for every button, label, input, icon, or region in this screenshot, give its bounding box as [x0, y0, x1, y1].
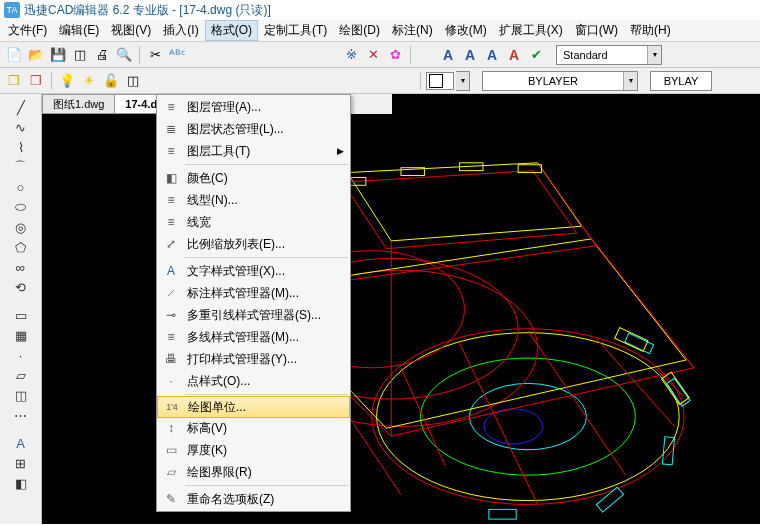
menu-item-10[interactable]: ⟋标注样式管理器(M)...: [157, 282, 350, 304]
text-a3-icon[interactable]: A: [482, 45, 502, 65]
layers2-icon[interactable]: ❒: [26, 71, 46, 91]
toolbar-2: ❒ ❒ 💡 ☀ 🔓 ◫ ▾ BYLAYER ▾ BYLAY: [0, 68, 760, 94]
table-tool-icon[interactable]: ⊞: [12, 454, 30, 472]
line-tool-icon[interactable]: ╱: [12, 98, 30, 116]
menu-label: 文字样式管理(X)...: [187, 263, 285, 280]
menu-item-6[interactable]: ≡线宽: [157, 211, 350, 233]
region-tool-icon[interactable]: ▱: [12, 366, 30, 384]
svg-line-16: [655, 368, 684, 397]
menu-label: 标高(V): [187, 420, 227, 437]
layers-icon[interactable]: ❒: [4, 71, 24, 91]
menu-item-7[interactable]: ⤢比例缩放列表(E)...: [157, 233, 350, 255]
block-tool-icon[interactable]: ◫: [12, 386, 30, 404]
chevron-down-icon[interactable]: ▾: [623, 72, 637, 90]
text-a4-icon[interactable]: A: [504, 45, 524, 65]
menu-item-13[interactable]: 🖶打印样式管理器(Y)...: [157, 348, 350, 370]
pline-tool-icon[interactable]: ∿: [12, 118, 30, 136]
hatch-tool-icon[interactable]: ▦: [12, 326, 30, 344]
menu-item-5[interactable]: ≡线型(N)...: [157, 189, 350, 211]
anchor-a-icon[interactable]: ※: [341, 45, 361, 65]
divide-tool-icon[interactable]: ⋯: [12, 406, 30, 424]
menu-icon: 🖶: [161, 351, 181, 367]
menu-item-9[interactable]: A文字样式管理(X)...: [157, 260, 350, 282]
separator: [51, 72, 52, 90]
menu-item-16[interactable]: 1'4绘图单位...: [157, 396, 350, 418]
menu-3[interactable]: 插入(I): [157, 20, 204, 41]
menu-2[interactable]: 视图(V): [105, 20, 157, 41]
menu-item-21[interactable]: ✎重命名选项板(Z): [157, 488, 350, 510]
menu-label: 重命名选项板(Z): [187, 491, 274, 508]
menu-10[interactable]: 窗口(W): [569, 20, 624, 41]
loop-tool-icon[interactable]: ∞: [12, 258, 30, 276]
menu-5[interactable]: 定制工具(T): [258, 20, 333, 41]
point-tool-icon[interactable]: ·: [12, 346, 30, 364]
style-combo[interactable]: Standard ▾: [556, 45, 662, 65]
menu-label: 比例缩放列表(E)...: [187, 236, 285, 253]
menu-label: 打印样式管理器(Y)...: [187, 351, 297, 368]
menu-item-4[interactable]: ◧颜色(C): [157, 167, 350, 189]
print-icon[interactable]: 🖨: [92, 45, 112, 65]
svg-point-2: [421, 358, 636, 475]
svg-point-4: [484, 409, 543, 444]
menu-item-19[interactable]: ▱绘图界限(R): [157, 461, 350, 483]
menu-0[interactable]: 文件(F): [2, 20, 53, 41]
menu-item-17[interactable]: ↕标高(V): [157, 417, 350, 439]
menu-label: 点样式(O)...: [187, 373, 250, 390]
rev-tool-icon[interactable]: ⟲: [12, 278, 30, 296]
save-icon[interactable]: 💾: [48, 45, 68, 65]
menu-item-0[interactable]: ≡图层管理(A)...: [157, 96, 350, 118]
menu-item-12[interactable]: ≡多线样式管理器(M)...: [157, 326, 350, 348]
polygon-tool-icon[interactable]: ⬠: [12, 238, 30, 256]
preview-icon[interactable]: 🔍: [114, 45, 134, 65]
menu-item-14[interactable]: ·点样式(O)...: [157, 370, 350, 392]
menu-label: 多线样式管理器(M)...: [187, 329, 299, 346]
chevron-down-icon[interactable]: ▾: [456, 71, 470, 91]
menu-label: 图层管理(A)...: [187, 99, 261, 116]
bulb-icon[interactable]: 💡: [57, 71, 77, 91]
menu-4[interactable]: 格式(O): [205, 20, 258, 41]
text-tool-icon[interactable]: A: [12, 434, 30, 452]
menu-bar: 文件(F)编辑(E)视图(V)插入(I)格式(O)定制工具(T)绘图(D)标注(…: [0, 20, 760, 42]
spline-tool-icon[interactable]: ⌇: [12, 138, 30, 156]
text-a1-icon[interactable]: A: [438, 45, 458, 65]
menu-icon: ≡: [161, 99, 181, 115]
lineweight-combo[interactable]: BYLAY: [650, 71, 712, 91]
menu-1[interactable]: 编辑(E): [53, 20, 105, 41]
text-a2-icon[interactable]: A: [460, 45, 480, 65]
ellipse-tool-icon[interactable]: ⬭: [12, 198, 30, 216]
linetype-combo[interactable]: BYLAYER ▾: [482, 71, 638, 91]
color-icon[interactable]: ◫: [123, 71, 143, 91]
menu-icon: ≡: [161, 143, 181, 159]
menu-item-11[interactable]: ⊸多重引线样式管理器(S)...: [157, 304, 350, 326]
saveas-icon[interactable]: ◫: [70, 45, 90, 65]
menu-item-1[interactable]: ≣图层状态管理(L)...: [157, 118, 350, 140]
anchor-b-icon[interactable]: ✕: [363, 45, 383, 65]
menu-item-2[interactable]: ≡图层工具(T)▶: [157, 140, 350, 162]
menu-11[interactable]: 帮助(H): [624, 20, 677, 41]
menu-8[interactable]: 修改(M): [439, 20, 493, 41]
open-icon[interactable]: 📂: [26, 45, 46, 65]
sun-icon[interactable]: ☀: [79, 71, 99, 91]
doc-tab-0[interactable]: 图纸1.dwg: [42, 94, 115, 114]
menu-9[interactable]: 扩展工具(X): [493, 20, 569, 41]
menu-label: 绘图界限(R): [187, 464, 252, 481]
insert-tool-icon[interactable]: ◧: [12, 474, 30, 492]
donut-tool-icon[interactable]: ◎: [12, 218, 30, 236]
rect-tool-icon[interactable]: ▭: [12, 306, 30, 324]
cut-icon[interactable]: ✂: [145, 45, 165, 65]
submenu-arrow-icon: ▶: [337, 146, 344, 156]
color-swatch[interactable]: [426, 72, 454, 90]
drawing-canvas[interactable]: 图纸1.dwg17-4.dwg (只读: [42, 94, 760, 524]
arc-tool-icon[interactable]: ⌒: [12, 158, 30, 176]
new-icon[interactable]: 📄: [4, 45, 24, 65]
menu-6[interactable]: 绘图(D): [333, 20, 386, 41]
menu-7[interactable]: 标注(N): [386, 20, 439, 41]
chevron-down-icon[interactable]: ▾: [647, 46, 661, 64]
menu-item-18[interactable]: ▭厚度(K): [157, 439, 350, 461]
gear-icon[interactable]: ✿: [385, 45, 405, 65]
text-icon[interactable]: ᴬᴮᶜ: [167, 45, 187, 65]
menu-label: 线型(N)...: [187, 192, 238, 209]
lock-icon[interactable]: 🔓: [101, 71, 121, 91]
check-icon[interactable]: ✔: [526, 45, 546, 65]
circle-tool-icon[interactable]: ○: [12, 178, 30, 196]
